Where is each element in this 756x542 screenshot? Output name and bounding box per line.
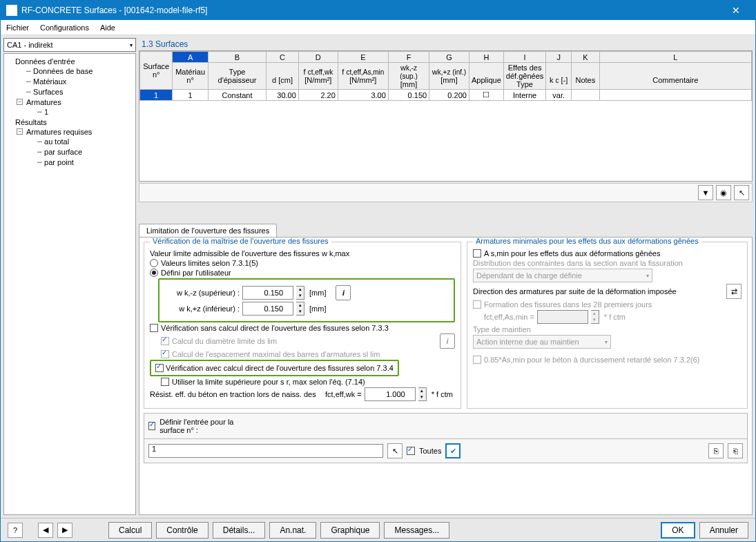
grid-title: 1.3 Surfaces (139, 38, 753, 50)
fct-label: fct,eff,wk = (325, 390, 362, 398)
group-crack-control: Vérification de la maîtrise de l'ouvertu… (144, 242, 461, 409)
sub-sl-lim-label: Calcul de l'espacement maximal des barre… (172, 350, 380, 358)
grid-toolbar: ▼ ◉ ↖ (139, 183, 753, 202)
filter-icon[interactable]: ▼ (698, 185, 713, 200)
tree-node[interactable]: ┈ 1 (6, 107, 134, 117)
menu-configurations[interactable]: Configurations (40, 23, 89, 32)
tab-crack-width[interactable]: Limitation de l'ouverture des fissures (139, 224, 277, 237)
distrib-select: Dépendant de la charge définie ▾ (473, 269, 652, 282)
tree-node[interactable]: ┈ par surface (6, 147, 134, 157)
apply-icon[interactable]: ✔ (445, 443, 461, 458)
radio-user-defined[interactable] (150, 269, 158, 277)
fct-asmin-spinner: ▴▾ (591, 310, 599, 324)
fct-input[interactable] (365, 387, 416, 401)
resist-row: Résist. eff. du béton en traction lors d… (150, 387, 455, 401)
menu-fichier[interactable]: Fichier (6, 23, 29, 32)
check-733-label: Vérification sans calcul direct de l'ouv… (161, 324, 389, 332)
check-714[interactable] (161, 378, 169, 386)
sub-ds-lim-label: Calcul du diamètre limite ds lim (172, 337, 277, 345)
check-734-label: Vérification avec calcul direct de l'ouv… (166, 364, 394, 372)
messages-button[interactable]: Messages... (384, 522, 449, 539)
chevron-down-icon: ▾ (605, 339, 608, 345)
details-button[interactable]: Détails... (213, 522, 266, 539)
check-define-surface[interactable] (148, 422, 155, 430)
columns: Vérification de la maîtrise de l'ouvertu… (144, 242, 748, 409)
tree-node[interactable]: ┈ au total (6, 137, 134, 147)
prev-icon[interactable]: ◀ (38, 523, 53, 538)
sub-714-row[interactable]: Utiliser la limite supérieure pour s r, … (161, 378, 455, 386)
group-legend: Vérification de la maîtrise de l'ouvertu… (150, 237, 331, 245)
tree-node[interactable]: Données d'entrée (6, 57, 134, 66)
pick-surface-icon[interactable]: ↖ (387, 443, 403, 458)
fct-asmin-input (537, 310, 588, 324)
case-dropdown[interactable]: CA1 - indirekt ▾ (3, 38, 136, 52)
check-ds-lim (161, 337, 169, 345)
sub-sl-lim-row: Calcul de l'espacement maximal des barre… (161, 350, 455, 358)
dir-row: Direction des armatures par suite de la … (473, 284, 742, 299)
eye-icon[interactable]: ◉ (716, 185, 731, 200)
fct-asmin-row: fct,eff,As,min = ▴▾ * f ctm (484, 310, 742, 324)
bottom-bar: ? ◀ ▶ Calcul Contrôle Détails... An.nat.… (1, 518, 755, 541)
check-form28 (473, 300, 481, 309)
info-icon-733[interactable]: i (440, 333, 455, 349)
wk-inf-spinner[interactable]: ▴▾ (296, 302, 304, 316)
wk-sup-input[interactable] (242, 286, 293, 300)
tree-node[interactable]: ┈ Matériaux (6, 77, 134, 87)
ok-button[interactable]: OK (661, 522, 695, 539)
check-733-row[interactable]: Vérification sans calcul direct de l'ouv… (150, 324, 455, 332)
tree-node[interactable]: −Armatures requises (6, 127, 134, 137)
help-icon[interactable]: ? (8, 523, 23, 538)
menu-aide[interactable]: Aide (100, 23, 115, 32)
radio-7315[interactable] (150, 259, 158, 267)
type-maintien-label: Type de maintien (473, 325, 742, 333)
check-asmin[interactable] (473, 249, 481, 258)
titlebar: RF-CONCRETE Surfaces - [001642-model-fil… (1, 1, 755, 20)
left-panel: CA1 - indirekt ▾ Données d'entrée┈ Donné… (3, 38, 136, 515)
case-dropdown-value: CA1 - indirekt (7, 41, 53, 49)
wk-inf-input[interactable] (242, 302, 293, 316)
next-icon[interactable]: ▶ (57, 523, 72, 538)
check-734[interactable] (155, 364, 164, 372)
window-title: RF-CONCRETE Surfaces - [001642-model-fil… (21, 6, 722, 15)
annuler-button[interactable]: Annuler (699, 522, 748, 539)
annat-button[interactable]: An.nat. (269, 522, 316, 539)
check-toutes[interactable] (407, 447, 415, 455)
group-asmin: Armatures minimales pour les effets dus … (467, 242, 748, 409)
wk-max-label: Valeur limite admissible de l'ouverture … (150, 249, 455, 258)
check-085 (473, 356, 481, 364)
info-icon[interactable]: i (336, 285, 351, 300)
radio-7315-label: Valeurs limites selon 7.3.1(5) (161, 259, 258, 267)
surface-number-input[interactable]: 1 (148, 444, 383, 458)
asmin-check-row[interactable]: A s,min pour les effets dus aux déformat… (473, 249, 742, 258)
check-733[interactable] (150, 324, 158, 332)
tree-node[interactable]: ┈ Surfaces (6, 87, 134, 97)
dir-icon-button[interactable]: ⇄ (726, 284, 742, 299)
graphique-button[interactable]: Graphique (320, 522, 380, 539)
dir-label: Direction des armatures par suite de la … (473, 287, 677, 296)
radio-row-7315[interactable]: Valeurs limites selon 7.3.1(5) (150, 259, 455, 267)
calcul-button[interactable]: Calcul (108, 522, 152, 539)
right-panel: 1.3 Surfaces Surfacen°ABCDEFGHIJKLMatéri… (139, 38, 753, 515)
tree-node[interactable]: ┈ par point (6, 157, 134, 168)
close-icon[interactable]: ✕ (722, 5, 750, 16)
wk-sup-spinner[interactable]: ▴▾ (296, 286, 304, 300)
nav-tree[interactable]: Données d'entrée┈ Données de base┈ Matér… (3, 53, 136, 515)
radio-user-label: Défini par l'utilisateur (161, 269, 231, 277)
pick-icon[interactable]: ↖ (734, 185, 749, 200)
paste-icon[interactable]: ⎗ (728, 443, 743, 458)
fct-suffix: * f ctm (432, 390, 453, 398)
wk-inf-label: w k,+z (inférieur) : (164, 304, 240, 313)
tree-node[interactable]: −Armatures (6, 97, 134, 107)
tree-node[interactable]: ┈ Données de base (6, 66, 134, 77)
wk-sup-unit: [mm] (309, 289, 326, 297)
tree-node[interactable]: Résultats (6, 117, 134, 127)
copy-icon[interactable]: ⎘ (708, 443, 724, 458)
radio-row-user[interactable]: Défini par l'utilisateur (150, 269, 455, 277)
chevron-down-icon: ▾ (646, 273, 649, 279)
controle-button[interactable]: Contrôle (156, 522, 208, 539)
fct-spinner[interactable]: ▴▾ (418, 387, 427, 401)
chevron-down-icon: ▾ (130, 42, 133, 48)
data-grid[interactable]: Surfacen°ABCDEFGHIJKLMatériaun°Typed'épa… (139, 50, 753, 182)
wk-sup-label: w k,-z (supérieur) : (164, 289, 240, 297)
maintien-select: Action interne due au maintien ▾ (473, 335, 611, 349)
